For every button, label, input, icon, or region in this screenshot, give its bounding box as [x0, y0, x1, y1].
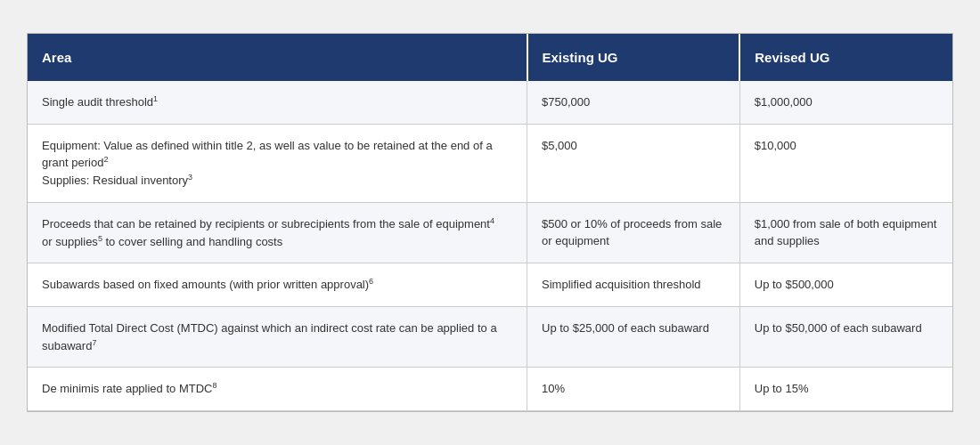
cell-existing: $5,000 [527, 124, 740, 202]
header-area: Area [28, 34, 527, 81]
table-row: Proceeds that can be retained by recipie… [28, 202, 952, 263]
cell-existing: Up to $25,000 of each subaward [527, 307, 740, 368]
cell-existing: $500 or 10% of proceeds from sale or equ… [527, 202, 740, 263]
comparison-table: Area Existing UG Revised UG Single audit… [27, 33, 953, 413]
header-existing: Existing UG [527, 34, 740, 81]
cell-revised: Up to $500,000 [739, 263, 952, 307]
cell-area: Single audit threshold1 [28, 81, 527, 124]
cell-revised: $1,000,000 [739, 81, 952, 124]
header-revised: Revised UG [739, 34, 952, 81]
cell-revised: Up to 15% [739, 368, 952, 411]
table-row: Equipment: Value as defined within title… [28, 124, 952, 202]
cell-area: Equipment: Value as defined within title… [28, 124, 527, 202]
table-row: Modified Total Direct Cost (MTDC) agains… [28, 307, 952, 368]
cell-existing: Simplified acquisition threshold [527, 263, 740, 307]
cell-existing: $750,000 [527, 81, 740, 124]
cell-area: Subawards based on fixed amounts (with p… [28, 263, 527, 307]
cell-area: Modified Total Direct Cost (MTDC) agains… [28, 307, 527, 368]
cell-revised: $10,000 [739, 124, 952, 202]
table-row: De minimis rate applied to MTDC810%Up to… [28, 368, 952, 411]
cell-revised: Up to $50,000 of each subaward [739, 307, 952, 368]
table-row: Single audit threshold1$750,000$1,000,00… [28, 81, 952, 124]
table-row: Subawards based on fixed amounts (with p… [28, 263, 952, 307]
cell-area: Proceeds that can be retained by recipie… [28, 202, 527, 263]
cell-area: De minimis rate applied to MTDC8 [28, 368, 527, 411]
cell-existing: 10% [527, 368, 740, 411]
cell-revised: $1,000 from sale of both equipment and s… [739, 202, 952, 263]
